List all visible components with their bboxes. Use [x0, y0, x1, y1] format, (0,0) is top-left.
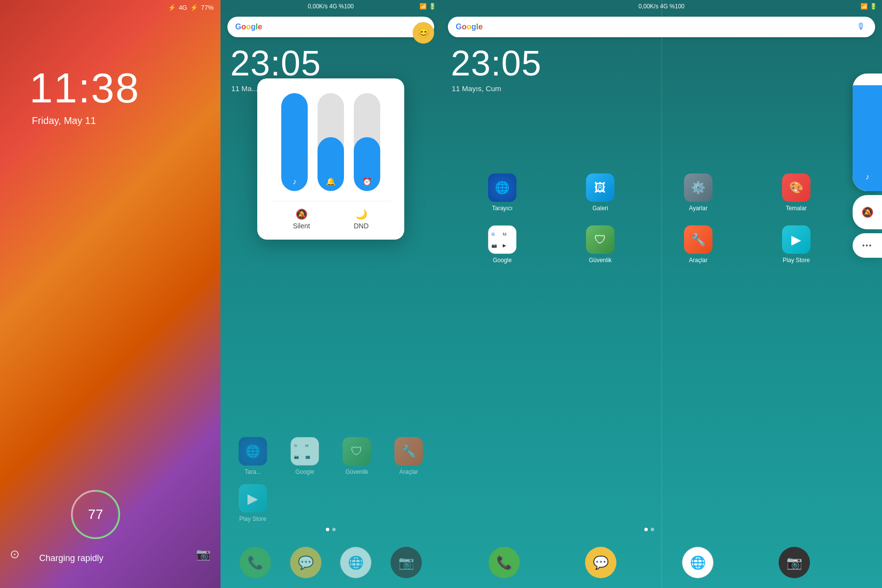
home-screen-2: 0,00K/s 4G %100 📶 🔋 Google 🎙 23:05 11 Ma…: [441, 0, 882, 588]
app-label-google-1: Google: [295, 468, 315, 475]
app-label-guvenlik-2: Güvenlik: [589, 257, 612, 264]
app-label-galeri-2: Galeri: [592, 205, 608, 212]
app-ayarlar-2[interactable]: ⚙️ Ayarlar: [652, 173, 745, 212]
dot-1: [332, 528, 336, 531]
app-label-araclar-1: Araçlar: [399, 468, 418, 475]
dock-camera-2[interactable]: 📷: [779, 547, 810, 578]
network-label: 4G: [179, 4, 187, 11]
dock-phone-icon-1: 📞: [240, 547, 271, 578]
app-label-playstore-1: Play Store: [239, 515, 266, 522]
app-temalar-2[interactable]: 🎨 Temalar: [750, 173, 843, 212]
alarm-volume-icon: ⏰: [354, 177, 380, 191]
lock-date: Friday, May 11: [32, 115, 96, 126]
dnd-icon: 🌙: [355, 208, 368, 220]
dock-messages-1[interactable]: 💬: [290, 547, 321, 578]
app-icon-guvenlik-2: 🛡: [586, 225, 614, 254]
dock-camera-icon-1: 📷: [391, 547, 422, 578]
dock-1: 📞 💬 🌐 📷: [220, 547, 441, 578]
side-volume-more[interactable]: •••: [853, 233, 882, 258]
app-google-2[interactable]: G M 📷 ▶ Google: [456, 225, 549, 264]
media-volume-slider[interactable]: ♪: [281, 93, 308, 191]
notification-text-2: V...: [837, 24, 846, 31]
status-bar-right-2: 📶 🔋: [860, 3, 877, 10]
avatar-1[interactable]: 😊: [413, 22, 434, 44]
ring-volume-track[interactable]: 🔔: [318, 93, 344, 191]
home-time-2: 23:05: [451, 43, 872, 83]
side-more-icon: •••: [862, 242, 873, 249]
status-bar-right-1: 📶 🔋: [419, 3, 436, 10]
silent-button[interactable]: 🔕 Silent: [293, 208, 310, 230]
silent-label: Silent: [293, 222, 310, 230]
side-silent-icon: 🔕: [861, 206, 874, 218]
app-icon-araclar-1: 🔧: [394, 437, 423, 466]
status-bar-2: 0,00K/s 4G %100 📶 🔋: [441, 0, 882, 13]
status-bar-1: 0,00K/s 4G %100 📶 🔋: [220, 0, 441, 13]
camera-icon[interactable]: 📷: [196, 547, 211, 561]
dock-chrome-2[interactable]: 🌐: [682, 547, 713, 578]
app-playstore-2[interactable]: ▶ Play Store: [750, 225, 843, 264]
app-item-tarayici-1[interactable]: 🌐 Tara...: [229, 437, 276, 475]
battery-icon-1: 🔋: [429, 3, 436, 10]
app-label-google-2: Google: [493, 257, 512, 264]
charging-text: Charging rapidly: [39, 553, 103, 564]
app-tarayici-2[interactable]: 🌐 Tarayıcı: [456, 173, 549, 212]
dock-chrome-1[interactable]: 🌐: [340, 547, 371, 578]
dot-active-1: [326, 528, 329, 531]
lock-time: 11:38: [29, 64, 140, 112]
battery-icon-2: 🔋: [870, 3, 877, 10]
google-logo-1: Google: [235, 23, 262, 31]
side-volume-silent[interactable]: 🔕: [853, 195, 882, 229]
page-dots-2: [441, 528, 858, 531]
media-volume-track[interactable]: ♪: [281, 93, 308, 191]
battery-percentage: 77: [88, 507, 103, 522]
volume-sliders: ♪ 🔔 ⏰: [271, 93, 391, 191]
app-icon-tarayici-1: 🌐: [239, 437, 267, 466]
volume-panel[interactable]: ♪ 🔔 ⏰ 🔕 Silent: [257, 78, 404, 240]
dock-phone-1[interactable]: 📞: [240, 547, 271, 578]
app-icon-google-2: G M 📷 ▶: [488, 225, 516, 254]
app-icon-google-folder-1: GM 📷📺: [291, 437, 319, 466]
app-label-playstore-2: Play Store: [783, 257, 809, 264]
app-item-google-1[interactable]: GM 📷📺 Google: [281, 437, 328, 475]
app-item-guvenlik-1[interactable]: 🛡 Güvenlik: [333, 437, 380, 475]
app-araclar-2[interactable]: 🔧 Araçlar: [652, 225, 745, 264]
app-icon-ayarlar-2: ⚙️: [684, 173, 712, 202]
dnd-button[interactable]: 🌙 DND: [354, 208, 368, 230]
lock-status-bar: ⚡ 4G ⚡ 77%: [0, 0, 220, 15]
dock-messages-icon-1: 💬: [290, 547, 321, 578]
google-logo-2: Google: [456, 23, 483, 31]
media-volume-icon: ♪: [281, 177, 308, 191]
app-label-temalar-2: Temalar: [786, 205, 807, 212]
app-icon-araclar-2: 🔧: [684, 225, 712, 254]
signal-icon-2: 📶: [860, 3, 868, 10]
app-guvenlik-2[interactable]: 🛡 Güvenlik: [554, 225, 647, 264]
page-dots-1: [220, 528, 441, 531]
google-mic-icon-2[interactable]: 🎙: [857, 22, 867, 32]
status-bar-text-1: 0,00K/s 4G %100: [308, 3, 354, 10]
signal-icon-1: 📶: [419, 3, 427, 10]
home-screen-1: 0,00K/s 4G %100 📶 🔋 Google 🎙 23:05 11 Ma…: [220, 0, 441, 588]
alarm-volume-slider[interactable]: ⏰: [354, 93, 380, 191]
charging-icon: ⚡: [190, 4, 198, 11]
app-label-ayarlar-2: Ayarlar: [689, 205, 708, 212]
app-icon-playstore-2: ▶: [782, 225, 810, 254]
google-search-bar-2[interactable]: Google 🎙: [448, 17, 875, 37]
dock-2: 📞 💬 🌐 📷: [441, 547, 858, 578]
app-icon-playstore-1: ▶: [239, 484, 267, 513]
side-volume-panel[interactable]: ♪ 🔕 •••: [853, 74, 882, 258]
side-volume-main[interactable]: ♪: [853, 74, 882, 191]
dock-messages-2[interactable]: 💬: [585, 547, 616, 578]
app-icon-temalar-2: 🎨: [782, 173, 810, 202]
dock-camera-1[interactable]: 📷: [391, 547, 422, 578]
app-item-playstore-1[interactable]: ▶ Play Store: [229, 484, 276, 522]
ring-volume-icon: 🔔: [318, 177, 344, 191]
notification-text-1: ...ri yok: [390, 24, 411, 31]
ring-volume-slider[interactable]: 🔔: [318, 93, 344, 191]
status-bar-text-2: 0,00K/s 4G %100: [638, 3, 685, 10]
dock-phone-2[interactable]: 📞: [489, 547, 520, 578]
silent-icon: 🔕: [295, 208, 308, 220]
app-item-araclar-1[interactable]: 🔧 Araçlar: [385, 437, 432, 475]
alarm-volume-track[interactable]: ⏰: [354, 93, 380, 191]
app-galeri-2[interactable]: 🖼 Galeri: [554, 173, 647, 212]
volume-bottom-row: 🔕 Silent 🌙 DND: [271, 201, 391, 230]
